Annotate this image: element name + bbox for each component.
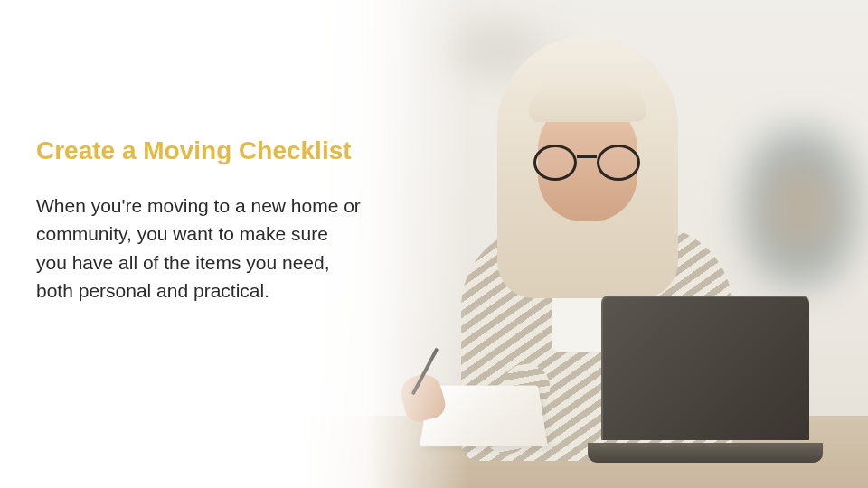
- photo-bangs: [529, 86, 646, 122]
- hero-photo: [307, 0, 868, 488]
- photo-laptop-screen: [601, 296, 809, 440]
- photo-laptop-base: [588, 443, 823, 463]
- photo-lens-left: [533, 145, 577, 181]
- body-paragraph: When you're moving to a new home or comm…: [36, 192, 362, 305]
- photo-glasses: [533, 145, 640, 183]
- photo-lens-right: [597, 145, 640, 181]
- photo-plant-blur: [741, 127, 859, 289]
- photo-laptop: [588, 296, 823, 463]
- text-content: Create a Moving Checklist When you're mo…: [36, 136, 362, 305]
- photo-glasses-bridge: [577, 155, 597, 158]
- heading: Create a Moving Checklist: [36, 136, 362, 166]
